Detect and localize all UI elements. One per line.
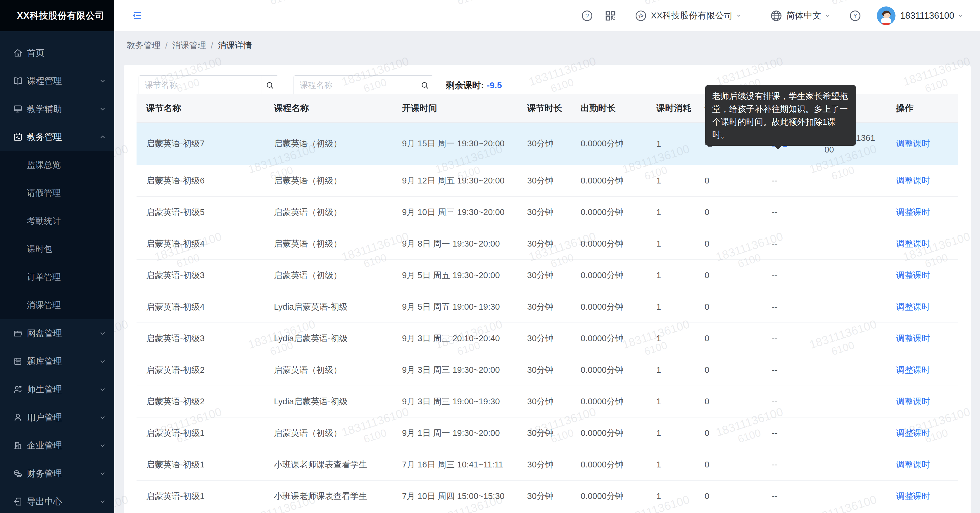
cell-time: 9月 5日 周五 19:00~19:30	[392, 301, 517, 313]
cell-duration: 30分钟	[517, 396, 571, 408]
table-row: 启蒙英语-初级5 启蒙英语（初级） 9月 10日 周三 19:30~20:00 …	[137, 197, 958, 228]
adjust-hours-link[interactable]: 调整课时	[896, 302, 930, 311]
breadcrumb-item[interactable]: 教务管理	[127, 40, 161, 51]
submenu-item-orders[interactable]: 订单管理	[0, 263, 114, 291]
help-icon[interactable]: ?	[581, 10, 593, 22]
cell-duration: 30分钟	[517, 238, 571, 250]
chevron-down-icon	[99, 385, 107, 394]
cell-time: 9月 5日 周五 19:30~20:00	[392, 270, 517, 281]
sidebar-item-label: 导出中心	[27, 496, 62, 508]
sidebar-item-label: 教学辅助	[27, 103, 62, 115]
submenu-item-attendance[interactable]: 考勤统计	[0, 207, 114, 235]
col-header-action: 操作	[886, 102, 958, 114]
company-switcher[interactable]: 企 XX科技股份有限公司	[635, 10, 743, 22]
submenu-item-label: 课时包	[27, 243, 52, 255]
cell-action: 调整课时	[886, 396, 958, 408]
sidebar-item-home[interactable]: 首页	[0, 39, 114, 67]
sidebar-item-courses[interactable]: 课程管理	[0, 67, 114, 95]
adjust-hours-link[interactable]: 调整课时	[896, 491, 930, 501]
adjust-hours-link[interactable]: 调整课时	[896, 334, 930, 343]
qr-code-icon[interactable]	[604, 10, 617, 22]
cell-course: Lydia启蒙英语-初级	[264, 333, 392, 345]
adjust-hours-link[interactable]: 调整课时	[896, 139, 930, 148]
cell-time: 7月 16日 周三 10:41~11:11	[392, 459, 517, 471]
cell-note: --	[762, 207, 815, 217]
cell-note: --	[762, 491, 815, 501]
sidebar-item-netdisk[interactable]: 网盘管理	[0, 319, 114, 347]
session-search-button[interactable]	[261, 76, 278, 95]
company-name: XX科技股份有限公司	[17, 10, 104, 22]
cell-action: 调整课时	[886, 491, 958, 502]
export-icon	[13, 497, 23, 507]
calendar-icon	[13, 132, 23, 142]
cell-course: 启蒙英语（初级）	[264, 364, 392, 376]
cell-time: 9月 12日 周五 19:30~20:00	[392, 175, 517, 187]
tooltip-text: 老师后续没有排课，学生家长希望拖堂，给孩子补补往期知识。多上了一个课时的时间。故…	[712, 91, 848, 139]
course-search	[294, 75, 433, 95]
adjust-hours-link[interactable]: 调整课时	[896, 397, 930, 406]
adjust-hours-link[interactable]: 调整课时	[896, 207, 930, 217]
svg-text:¥: ¥	[853, 12, 857, 19]
course-search-input[interactable]	[294, 76, 416, 95]
cell-operator	[815, 397, 886, 407]
cell-session: 启蒙英语-初级5	[137, 206, 264, 218]
cell-course: 启蒙英语（初级）	[264, 270, 392, 281]
building-icon	[13, 440, 23, 451]
collapse-sidebar-icon[interactable]	[131, 10, 142, 21]
teacher-student-icon	[13, 384, 23, 394]
breadcrumb-item[interactable]: 消课管理	[172, 40, 206, 51]
adjust-hours-link[interactable]: 调整课时	[896, 365, 930, 375]
sidebar-item-label: 教务管理	[27, 131, 62, 143]
sidebar-nav: 首页 课程管理 教学辅助 教务管理 监课总览 请假管理 考勤统计 课时包 订单管…	[0, 31, 114, 513]
course-search-button[interactable]	[416, 76, 433, 95]
sidebar-item-teacher-student[interactable]: 师生管理	[0, 375, 114, 403]
teaching-aid-icon	[13, 104, 23, 114]
cell-attendance: 0.0000分钟	[571, 459, 647, 471]
submenu-item-monitor-overview[interactable]: 监课总览	[0, 151, 114, 179]
submenu-item-leave[interactable]: 请假管理	[0, 179, 114, 207]
cell-operator	[815, 460, 886, 470]
cell-action: 调整课时	[886, 301, 958, 313]
cell-attendance: 0.0000分钟	[571, 138, 647, 149]
sidebar-item-finance[interactable]: 财务管理	[0, 459, 114, 488]
sidebar-item-academic[interactable]: 教务管理	[0, 123, 114, 151]
adjust-hours-link[interactable]: 调整课时	[896, 176, 930, 185]
currency-icon[interactable]: ¥	[849, 10, 862, 22]
session-search-input[interactable]	[139, 76, 261, 95]
account-phone: 18311136100	[900, 11, 954, 21]
language-switcher[interactable]: 简体中文	[770, 10, 831, 22]
chevron-down-icon	[99, 357, 107, 365]
cell-session: 启蒙英语-初级6	[137, 175, 264, 187]
cell-operator	[815, 239, 886, 249]
adjust-hours-link[interactable]: 调整课时	[896, 270, 930, 280]
book-icon	[13, 76, 23, 86]
sidebar-item-users[interactable]: 用户管理	[0, 403, 114, 432]
cell-session: 启蒙英语-初级2	[137, 364, 264, 376]
avatar[interactable]	[877, 6, 896, 25]
sidebar-item-enterprise[interactable]: 企业管理	[0, 432, 114, 459]
cell-session: 启蒙英语-初级1	[137, 459, 264, 471]
sidebar-item-label: 财务管理	[27, 468, 62, 480]
adjust-hours-link[interactable]: 调整课时	[896, 239, 930, 248]
submenu-item-hour-package[interactable]: 课时包	[0, 235, 114, 263]
cell-session: 启蒙英语-初级1	[137, 427, 264, 439]
cell-session: 启蒙英语-初级2	[137, 396, 264, 408]
adjust-hours-link[interactable]: 调整课时	[896, 460, 930, 469]
sidebar-item-export-center[interactable]: 导出中心	[0, 488, 114, 513]
cell-note: --	[762, 334, 815, 343]
account-menu[interactable]: 18311136100	[896, 11, 964, 21]
cell-attendance: 0.0000分钟	[571, 364, 647, 376]
coins-icon	[13, 469, 23, 478]
folder-icon	[13, 328, 23, 338]
cell-duration: 30分钟	[517, 427, 571, 439]
enterprise-circle-icon: 企	[635, 10, 647, 22]
cell-operator	[815, 270, 886, 280]
cell-course: 启蒙英语（初级）	[264, 238, 392, 250]
submenu-item-lesson-consume[interactable]: 消课管理	[0, 291, 114, 319]
sidebar-item-question-bank[interactable]: 题库管理	[0, 347, 114, 375]
cell-adjust: 0	[695, 270, 762, 280]
sidebar-item-teaching-aid[interactable]: 教学辅助	[0, 95, 114, 123]
cell-operator	[815, 207, 886, 217]
adjust-hours-link[interactable]: 调整课时	[896, 428, 930, 438]
globe-icon	[770, 10, 783, 22]
